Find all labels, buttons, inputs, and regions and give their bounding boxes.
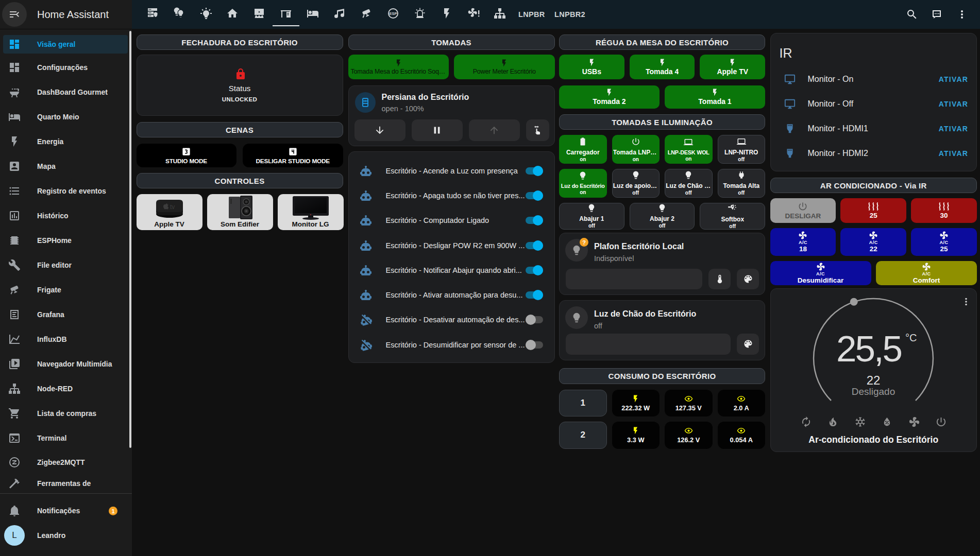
svg-text:Desligado: Desligado [851, 386, 895, 397]
svg-text:22: 22 [866, 373, 880, 387]
svg-text:ESP: ESP [389, 11, 397, 16]
svg-text:°C: °C [905, 332, 917, 343]
svg-text:tv: tv [170, 203, 175, 211]
svg-text:25,5: 25,5 [836, 328, 901, 369]
